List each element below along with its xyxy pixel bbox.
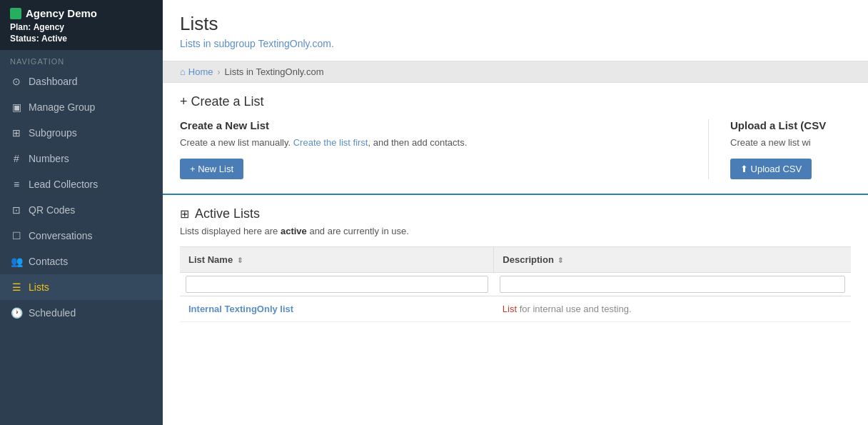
manage-group-icon: ▣ xyxy=(10,101,23,113)
main-header: Lists Lists in subgroup TextingOnly.com. xyxy=(163,0,868,61)
sort-list-name-icon: ⇕ xyxy=(237,256,243,264)
sidebar-item-lead-collectors[interactable]: ≡ Lead Collectors xyxy=(0,171,163,197)
table-row: Internal TextingOnly list List for inter… xyxy=(180,296,851,321)
table-icon: ⊞ xyxy=(180,207,189,221)
sidebar-item-qr-codes[interactable]: ⊡ QR Codes xyxy=(0,197,163,223)
upload-csv-button[interactable]: ⬆ Upload CSV xyxy=(730,159,812,179)
sidebar: Agency Demo Plan: Agency Status: Active … xyxy=(0,0,163,425)
active-lists-section: ⊞ Active Lists Lists displayed here are … xyxy=(163,195,868,322)
breadcrumb-separator: › xyxy=(218,67,221,77)
qr-codes-icon: ⊡ xyxy=(10,204,23,216)
sidebar-item-subgroups[interactable]: ⊞ Subgroups xyxy=(0,120,163,146)
sidebar-header: Agency Demo Plan: Agency Status: Active xyxy=(0,0,163,50)
sidebar-item-manage-group[interactable]: ▣ Manage Group xyxy=(0,94,163,120)
new-list-desc: Create a new list manually. Create the l… xyxy=(180,136,687,150)
create-list-title: + Create a List xyxy=(180,94,851,109)
subgroups-icon: ⊞ xyxy=(10,127,23,139)
lists-icon: ☰ xyxy=(10,281,23,293)
active-lists-title: ⊞ Active Lists xyxy=(180,206,851,221)
description-cell: List for internal use and testing. xyxy=(494,296,851,321)
dashboard-icon: ⊙ xyxy=(10,76,23,87)
contacts-icon: 👥 xyxy=(10,256,23,267)
list-name-link[interactable]: Internal TextingOnly list xyxy=(188,304,293,314)
create-list-link[interactable]: Create the list first xyxy=(293,137,368,148)
filter-description-cell xyxy=(494,272,851,296)
nav-items: ⊙ Dashboard ▣ Manage Group ⊞ Subgroups #… xyxy=(0,69,163,326)
col-description[interactable]: Description ⇕ xyxy=(494,246,851,272)
table-filter-row xyxy=(180,272,851,296)
sidebar-item-label: Subgroups xyxy=(29,127,77,139)
navigation-label: NAVIGATION xyxy=(0,50,163,69)
create-new-list-col: Create a New List Create a new list manu… xyxy=(180,119,708,179)
filter-list-name-cell xyxy=(180,272,494,296)
conversations-icon: ☐ xyxy=(10,230,23,241)
sidebar-item-label: Conversations xyxy=(29,230,93,241)
numbers-icon: # xyxy=(10,153,23,164)
active-lists-desc: Lists displayed here are active and are … xyxy=(180,226,851,236)
sidebar-item-label: Dashboard xyxy=(29,76,78,87)
table-header-row: List Name ⇕ Description ⇕ xyxy=(180,246,851,272)
upload-csv-col: Upload a List (CSV Create a new list wi … xyxy=(708,119,851,179)
sidebar-item-scheduled[interactable]: 🕐 Scheduled xyxy=(0,300,163,326)
description-text: List for internal use and testing. xyxy=(503,304,632,314)
breadcrumb-home-link[interactable]: ⌂ Home xyxy=(180,66,213,77)
sidebar-item-numbers[interactable]: # Numbers xyxy=(0,146,163,171)
sidebar-item-label: Contacts xyxy=(29,256,68,267)
create-columns: Create a New List Create a new list manu… xyxy=(180,119,851,179)
lists-table: List Name ⇕ Description ⇕ xyxy=(180,246,851,322)
page-subtitle: Lists in subgroup TextingOnly.com. xyxy=(180,38,851,49)
sidebar-item-label: Lead Collectors xyxy=(29,179,98,190)
upload-csv-heading: Upload a List (CSV xyxy=(730,119,851,131)
col-list-name[interactable]: List Name ⇕ xyxy=(180,246,494,272)
breadcrumb: ⌂ Home › Lists in TextingOnly.com xyxy=(163,61,868,83)
page-title: Lists xyxy=(180,13,851,35)
sidebar-item-label: Scheduled xyxy=(29,307,76,319)
filter-description-input[interactable] xyxy=(500,276,845,293)
sidebar-item-contacts[interactable]: 👥 Contacts xyxy=(0,249,163,274)
sort-description-icon: ⇕ xyxy=(557,256,563,264)
list-name-cell: Internal TextingOnly list xyxy=(180,296,494,321)
sidebar-status: Status: Active xyxy=(10,34,153,44)
upload-csv-desc: Create a new list wi xyxy=(730,136,851,150)
create-list-section: + Create a List Create a New List Create… xyxy=(163,83,868,195)
scheduled-icon: 🕐 xyxy=(10,307,23,319)
sidebar-item-conversations[interactable]: ☐ Conversations xyxy=(0,223,163,249)
main-body: + Create a List Create a New List Create… xyxy=(163,83,868,425)
sidebar-item-label: QR Codes xyxy=(29,204,75,216)
home-icon: ⌂ xyxy=(180,66,186,77)
new-list-heading: Create a New List xyxy=(180,119,687,131)
lead-collectors-icon: ≡ xyxy=(10,179,23,190)
app-name: Agency Demo xyxy=(10,7,153,19)
app-icon xyxy=(10,8,21,19)
sidebar-plan: Plan: Agency xyxy=(10,22,153,32)
description-link[interactable]: List xyxy=(503,304,517,314)
sidebar-item-lists[interactable]: ☰ Lists xyxy=(0,274,163,300)
sidebar-item-dashboard[interactable]: ⊙ Dashboard xyxy=(0,69,163,94)
main-content: Lists Lists in subgroup TextingOnly.com.… xyxy=(163,0,868,425)
breadcrumb-current: Lists in TextingOnly.com xyxy=(225,66,324,77)
sidebar-item-label: Manage Group xyxy=(29,101,95,113)
new-list-button[interactable]: + New List xyxy=(180,159,243,179)
sidebar-item-label: Lists xyxy=(29,281,49,293)
filter-list-name-input[interactable] xyxy=(186,276,488,293)
sidebar-item-label: Numbers xyxy=(29,153,69,164)
